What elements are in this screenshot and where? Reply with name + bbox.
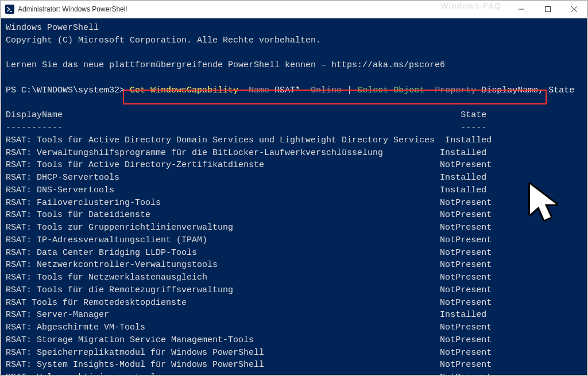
table-row: RSAT: DHCP-Servertools Installed (6, 172, 582, 184)
command-line: PS C:\WINDOWS\system32> Get-WindowsCapab… (6, 84, 582, 97)
table-header: DisplayName State (6, 109, 582, 122)
banner-line-3: Lernen Sie das neue plattformübergreifen… (6, 59, 582, 72)
banner-line-1: Windows PowerShell (6, 22, 582, 34)
table-row: RSAT: Tools für Active Directory-Zertifi… (6, 159, 582, 172)
maximize-button[interactable] (535, 1, 561, 18)
table-row: RSAT Tools für Remotedesktopdienste NotP… (6, 297, 582, 309)
blank-line (6, 72, 582, 84)
table-row: RSAT: Failoverclustering-Tools NotPresen… (6, 197, 582, 210)
table-row: RSAT: Server-Manager Installed (6, 309, 582, 321)
window-title: Administrator: Windows PowerShell (18, 5, 508, 13)
table-row: RSAT: Verwaltungshilfsprogramme für die … (6, 147, 582, 160)
table-row: RSAT: Tools für die Remotezugriffsverwal… (6, 284, 582, 297)
table-row: RSAT: Tools für Netzwerklastenausgleich … (6, 272, 582, 284)
table-row: RSAT: Storage Migration Service Manageme… (6, 334, 582, 347)
table-row: RSAT: Speicherreplikatmodul für Windows … (6, 347, 582, 359)
table-row: RSAT: System Insights-Modul für Windows … (6, 359, 582, 371)
powershell-window: Administrator: Windows PowerShell Window… (0, 0, 588, 376)
table-row: RSAT: Tools für Dateidienste NotPresent (6, 209, 582, 222)
minimize-button[interactable] (508, 1, 535, 18)
table-row: RSAT: Netzwerkcontroller-Verwaltungstool… (6, 259, 582, 272)
terminal-area[interactable]: Windows PowerShell Copyright (C) Microso… (1, 18, 587, 375)
table-header-rule: ----------- ----- (6, 122, 582, 134)
table-row: RSAT: Volumenaktivierungstools NotPresen… (6, 371, 582, 376)
table-row: RSAT: IP-Adressverwaltungsclient (IPAM) … (6, 234, 582, 247)
svg-rect-3 (546, 7, 551, 12)
table-row: RSAT: Data Center Bridging LLDP-Tools No… (6, 247, 582, 259)
table-row: RSAT: Abgeschirmte VM-Tools NotPresent (6, 321, 582, 334)
mouse-cursor-icon (524, 179, 567, 230)
blank-line (6, 47, 582, 60)
table-row: RSAT: Tools für Active Directory Domain … (6, 134, 582, 147)
blank-line (6, 97, 582, 110)
table-rows: RSAT: Tools für Active Directory Domain … (6, 134, 582, 376)
close-button[interactable] (561, 1, 587, 18)
table-row: RSAT: DNS-Servertools Installed (6, 184, 582, 197)
powershell-icon (5, 5, 14, 14)
table-row: RSAT: Tools zur Gruppenrichtlinienverwal… (6, 222, 582, 234)
banner-line-2: Copyright (C) Microsoft Corporation. All… (6, 34, 582, 47)
watermark-text: Windows-FAQ (440, 1, 501, 10)
